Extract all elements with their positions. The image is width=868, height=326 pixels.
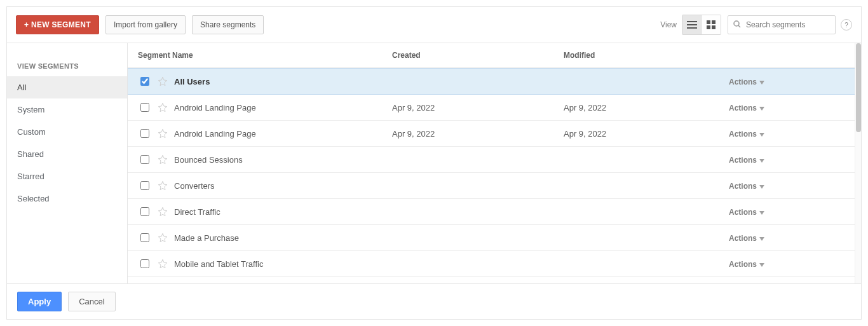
actions-label: Actions bbox=[729, 208, 757, 217]
actions-label: Actions bbox=[729, 78, 757, 86]
star-icon[interactable] bbox=[158, 259, 168, 269]
segment-name: Converters bbox=[174, 181, 215, 191]
row-checkbox[interactable] bbox=[140, 129, 149, 138]
col-header-modified[interactable]: Modified bbox=[564, 51, 729, 60]
view-grid-button[interactable] bbox=[702, 15, 721, 34]
segment-name: Bounced Sessions bbox=[174, 155, 243, 165]
chevron-down-icon bbox=[759, 182, 764, 191]
search-segments-field[interactable] bbox=[728, 15, 836, 34]
star-icon[interactable] bbox=[158, 180, 168, 191]
table-row[interactable]: Mobile TrafficActions bbox=[128, 277, 861, 283]
cancel-button[interactable]: Cancel bbox=[68, 292, 115, 311]
segment-name: Mobile and Tablet Traffic bbox=[174, 259, 263, 269]
footer: Apply Cancel bbox=[7, 283, 861, 319]
star-icon[interactable] bbox=[158, 102, 168, 112]
star-icon[interactable] bbox=[158, 128, 168, 139]
sidebar: VIEW SEGMENTS AllSystemCustomSharedStarr… bbox=[7, 43, 128, 283]
actions-dropdown[interactable]: Actions bbox=[729, 208, 764, 217]
chevron-down-icon bbox=[759, 78, 764, 86]
segment-modified: Apr 9, 2022 bbox=[564, 103, 729, 112]
actions-dropdown[interactable]: Actions bbox=[729, 156, 764, 165]
col-header-name[interactable]: Segment Name bbox=[138, 51, 392, 60]
svg-rect-4 bbox=[712, 20, 715, 24]
list-icon bbox=[687, 21, 697, 29]
row-checkbox[interactable] bbox=[140, 155, 149, 164]
segment-name: All Users bbox=[174, 77, 210, 86]
view-list-button[interactable] bbox=[682, 15, 702, 34]
star-icon[interactable] bbox=[158, 207, 168, 217]
svg-rect-3 bbox=[707, 20, 710, 24]
row-checkbox[interactable] bbox=[140, 103, 149, 112]
sidebar-item-starred[interactable]: Starred bbox=[7, 165, 127, 187]
segment-created: Apr 9, 2022 bbox=[392, 129, 564, 139]
row-checkbox[interactable] bbox=[140, 181, 149, 190]
table-row[interactable]: Direct TrafficActions bbox=[128, 199, 861, 225]
table-header: Segment Name Created Modified bbox=[128, 43, 861, 68]
segments-panel: + NEW SEGMENT Import from gallery Share … bbox=[6, 6, 862, 320]
table-row[interactable]: Bounced SessionsActions bbox=[128, 147, 861, 173]
chevron-down-icon bbox=[759, 208, 764, 217]
segment-name: Android Landing Page bbox=[174, 103, 256, 112]
svg-point-7 bbox=[734, 21, 739, 26]
view-label: View bbox=[660, 20, 677, 29]
search-input[interactable] bbox=[745, 20, 830, 30]
chevron-down-icon bbox=[759, 104, 764, 112]
segment-name: Made a Purchase bbox=[174, 233, 239, 243]
chevron-down-icon bbox=[759, 260, 764, 269]
star-icon[interactable] bbox=[158, 154, 168, 165]
actions-dropdown[interactable]: Actions bbox=[729, 234, 764, 243]
table-row[interactable]: Android Landing PageApr 9, 2022Apr 9, 20… bbox=[128, 121, 861, 147]
toolbar: + NEW SEGMENT Import from gallery Share … bbox=[7, 7, 861, 43]
scrollbar[interactable] bbox=[855, 43, 861, 283]
svg-rect-2 bbox=[687, 27, 697, 29]
scrollbar-thumb[interactable] bbox=[856, 43, 861, 132]
actions-dropdown[interactable]: Actions bbox=[729, 182, 764, 191]
actions-label: Actions bbox=[729, 156, 757, 165]
actions-dropdown[interactable]: Actions bbox=[729, 130, 764, 139]
view-toggle bbox=[682, 15, 721, 35]
sidebar-item-custom[interactable]: Custom bbox=[7, 121, 127, 143]
svg-rect-6 bbox=[712, 25, 715, 29]
segment-name: Direct Traffic bbox=[174, 207, 220, 217]
actions-label: Actions bbox=[729, 130, 757, 139]
svg-rect-5 bbox=[707, 25, 710, 29]
chevron-down-icon bbox=[759, 130, 764, 139]
sidebar-item-selected[interactable]: Selected bbox=[7, 187, 127, 210]
search-icon bbox=[733, 20, 741, 30]
help-button[interactable]: ? bbox=[841, 19, 852, 31]
table-row[interactable]: All UsersActions bbox=[128, 68, 861, 95]
segments-table: Segment Name Created Modified All UsersA… bbox=[128, 43, 861, 283]
actions-label: Actions bbox=[729, 260, 757, 269]
svg-line-8 bbox=[738, 25, 740, 27]
star-icon[interactable] bbox=[158, 76, 168, 86]
chevron-down-icon bbox=[759, 234, 764, 243]
actions-label: Actions bbox=[729, 182, 757, 191]
sidebar-item-system[interactable]: System bbox=[7, 98, 127, 121]
table-row[interactable]: Android Landing PageApr 9, 2022Apr 9, 20… bbox=[128, 95, 861, 121]
grid-icon bbox=[707, 20, 715, 29]
row-checkbox[interactable] bbox=[140, 259, 149, 268]
segment-created: Apr 9, 2022 bbox=[392, 103, 564, 112]
actions-dropdown[interactable]: Actions bbox=[729, 78, 764, 86]
sidebar-item-all[interactable]: All bbox=[7, 76, 127, 98]
table-row[interactable]: Made a PurchaseActions bbox=[128, 225, 861, 251]
svg-rect-0 bbox=[687, 21, 697, 22]
new-segment-button[interactable]: + NEW SEGMENT bbox=[16, 15, 99, 34]
col-header-created[interactable]: Created bbox=[392, 51, 564, 60]
sidebar-item-shared[interactable]: Shared bbox=[7, 143, 127, 165]
table-row[interactable]: ConvertersActions bbox=[128, 173, 861, 199]
svg-rect-1 bbox=[687, 24, 697, 25]
table-row[interactable]: Mobile and Tablet TrafficActions bbox=[128, 251, 861, 277]
actions-dropdown[interactable]: Actions bbox=[729, 260, 764, 269]
actions-dropdown[interactable]: Actions bbox=[729, 104, 764, 112]
col-header-actions bbox=[729, 51, 851, 60]
chevron-down-icon bbox=[759, 156, 764, 165]
apply-button[interactable]: Apply bbox=[17, 292, 62, 311]
actions-label: Actions bbox=[729, 104, 757, 112]
row-checkbox[interactable] bbox=[140, 233, 149, 242]
share-segments-button[interactable]: Share segments bbox=[192, 15, 264, 34]
row-checkbox[interactable] bbox=[140, 207, 149, 216]
row-checkbox[interactable] bbox=[140, 77, 149, 86]
import-from-gallery-button[interactable]: Import from gallery bbox=[105, 15, 186, 34]
star-icon[interactable] bbox=[158, 233, 168, 243]
